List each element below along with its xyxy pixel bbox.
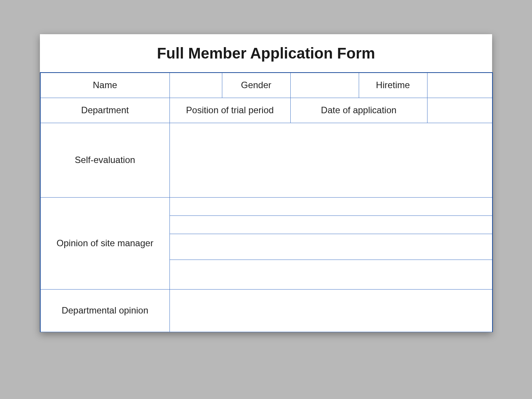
label-gender: Gender: [222, 73, 290, 98]
label-hiretime: Hiretime: [359, 73, 427, 98]
input-site-manager-4[interactable]: [169, 260, 492, 289]
input-self-evaluation[interactable]: [169, 123, 492, 197]
row-self-evaluation: Self-evaluation: [40, 123, 492, 197]
label-name: Name: [40, 73, 169, 98]
label-date-of-application: Date of application: [290, 98, 427, 123]
label-trial-period: Position of trial period: [169, 98, 290, 123]
input-departmental-opinion[interactable]: [169, 289, 492, 332]
input-gender[interactable]: [290, 73, 359, 98]
row-site-manager-1: Opinion of site manager: [40, 197, 492, 215]
form-table: Name Gender Hiretime Department Position…: [40, 72, 493, 332]
form-sheet: Full Member Application Form Name Gender…: [40, 34, 492, 332]
input-hiretime[interactable]: [427, 73, 492, 98]
input-site-manager-1[interactable]: [169, 197, 492, 215]
row-name-gender-hiretime: Name Gender Hiretime: [40, 73, 492, 98]
form-title: Full Member Application Form: [157, 45, 375, 62]
label-site-manager: Opinion of site manager: [40, 197, 169, 289]
label-self-evaluation: Self-evaluation: [40, 123, 169, 197]
title-area: Full Member Application Form: [40, 34, 492, 72]
row-department-trial-appdate: Department Position of trial period Date…: [40, 98, 492, 123]
label-departmental-opinion: Departmental opinion: [40, 289, 169, 332]
label-department: Department: [40, 98, 169, 123]
input-name[interactable]: [169, 73, 222, 98]
input-appdate[interactable]: [427, 98, 492, 123]
row-departmental-opinion: Departmental opinion: [40, 289, 492, 332]
input-site-manager-2[interactable]: [169, 215, 492, 234]
input-site-manager-3[interactable]: [169, 234, 492, 260]
